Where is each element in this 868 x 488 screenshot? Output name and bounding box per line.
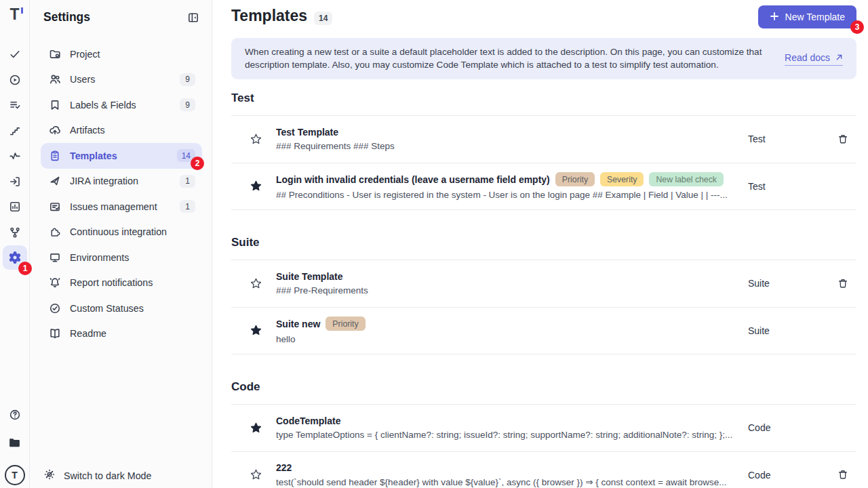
sidebar-item-users[interactable]: Users 9 [41, 67, 202, 93]
template-title: 222 [276, 462, 292, 473]
template-section: Test Test Template ### Requirements ### … [231, 92, 856, 210]
page-title: Templates [231, 7, 307, 25]
star-filled-icon[interactable] [248, 324, 263, 337]
sidebar-item-custom-statuses[interactable]: Custom Statuses [41, 296, 202, 321]
star-outline-icon[interactable] [248, 277, 263, 290]
trash-icon[interactable] [829, 469, 856, 481]
templates-count-badge: 14 [314, 12, 332, 25]
runs-play-icon[interactable] [3, 68, 27, 92]
label-chip: Severity [600, 172, 644, 186]
plans-list-icon[interactable] [3, 93, 27, 117]
sidebar-title: Settings [43, 10, 187, 24]
template-description: hello [276, 334, 737, 344]
sidebar-item-labels-fields[interactable]: Labels & Fields 9 [41, 92, 202, 118]
jira-icon [49, 175, 61, 187]
help-icon[interactable] [9, 409, 21, 424]
template-row[interactable]: CodeTemplate type TemplateOptions = { cl… [231, 405, 856, 452]
template-type: Test [748, 181, 829, 192]
sidebar-item-issues-management[interactable]: Issues management 1 [41, 194, 202, 220]
puzzle-icon [49, 226, 61, 238]
page-header: Templates 14 New Template [231, 7, 856, 28]
section-title: Test [231, 92, 856, 116]
sidebar-item-continuous-integration[interactable]: Continuous integration [41, 220, 202, 245]
template-row[interactable]: Suite new Priority hello Suite [231, 308, 856, 355]
sidebar-item-templates[interactable]: Templates 14 [41, 143, 202, 169]
folder-cog-icon [49, 48, 61, 60]
trash-icon[interactable] [829, 134, 856, 145]
rail-bottom: T [5, 409, 25, 488]
template-section: Suite Suite Template ### Pre-Requirement… [231, 236, 856, 354]
star-outline-icon[interactable] [248, 468, 263, 481]
sidebar-item-readme[interactable]: Readme [41, 321, 202, 347]
sidebar-item-project[interactable]: Project [41, 41, 202, 67]
template-title: Suite new [276, 319, 320, 329]
template-title: Test Template [276, 127, 338, 138]
banner-text: When creating a new test or a suite a de… [245, 46, 772, 71]
dark-mode-toggle[interactable]: Switch to dark Mode [30, 468, 212, 488]
label-chip: Priority [326, 317, 365, 331]
template-row[interactable]: Test Template ### Requirements ### Steps… [231, 116, 856, 163]
star-outline-icon[interactable] [248, 133, 263, 146]
activity-pulse-icon[interactable] [3, 144, 27, 168]
account-logo-icon[interactable]: T [5, 465, 25, 485]
template-sections: Test Test Template ### Requirements ### … [231, 79, 856, 488]
template-type: Code [748, 422, 829, 433]
icon-rail: T T [0, 0, 30, 488]
count-badge: 9 [180, 73, 195, 86]
projects-folder-icon[interactable] [8, 436, 21, 452]
sidebar-item-artifacts[interactable]: Artifacts [41, 118, 202, 144]
template-title: CodeTemplate [276, 415, 340, 426]
panel-collapse-icon[interactable] [187, 12, 199, 24]
import-icon[interactable] [3, 169, 27, 194]
read-docs-link[interactable]: Read docs [785, 52, 843, 66]
sidebar-item-report-notifications[interactable]: Report notifications [41, 270, 202, 296]
check-circle-icon [49, 302, 61, 314]
sidebar-item-jira-integration[interactable]: JIRA integration 1 [41, 169, 202, 195]
template-section: Code CodeTemplate type TemplateOptions =… [231, 380, 856, 488]
template-title: Login with invalid credentials (leave a … [276, 174, 550, 185]
label-chip: Priority [555, 172, 595, 186]
tests-check-icon[interactable] [3, 42, 27, 66]
info-banner: When creating a new test or a suite a de… [231, 38, 856, 79]
section-title: Code [231, 380, 856, 405]
settings-sidebar: Settings Project Users 9 Labels & Fields… [30, 0, 212, 488]
template-row[interactable]: Login with invalid credentials (leave a … [231, 163, 856, 211]
plus-icon [770, 12, 779, 23]
count-badge: 9 [180, 98, 195, 111]
template-type: Test [748, 134, 829, 144]
star-filled-icon[interactable] [248, 422, 263, 434]
issues-card-icon [49, 201, 61, 213]
template-row[interactable]: Suite Template ### Pre-Requirements Suit… [231, 260, 856, 308]
sidebar-header: Settings [30, 0, 212, 24]
book-open-icon [49, 327, 61, 340]
template-description: ### Requirements ### Steps [276, 141, 737, 151]
app-logo[interactable]: T [6, 5, 24, 23]
annotation-marker-3: 3 [850, 20, 864, 34]
template-type: Suite [748, 278, 829, 289]
template-description: ## Preconditions - User is registered in… [276, 190, 737, 200]
template-type: Code [748, 470, 829, 481]
annotation-marker-2: 2 [191, 157, 204, 170]
users-icon [49, 73, 61, 85]
annotation-marker-1: 1 [18, 262, 32, 275]
template-description: type TemplateOptions = { clientName?: st… [276, 430, 737, 440]
read-docs-label: Read docs [785, 52, 830, 63]
trash-icon[interactable] [829, 278, 856, 289]
external-arrow-icon [835, 52, 843, 63]
label-chip: New label check [649, 172, 724, 186]
template-description: ### Pre-Requirements [276, 285, 737, 296]
sun-icon [43, 468, 56, 483]
template-row[interactable]: 222 test(`should send header ${header} w… [231, 452, 856, 488]
new-template-button[interactable]: New Template [758, 5, 856, 28]
star-filled-icon[interactable] [248, 180, 263, 192]
settings-menu: Project Users 9 Labels & Fields 9 Artifa… [30, 24, 212, 346]
template-description: test(`should send header ${header} with … [276, 476, 737, 487]
new-template-label: New Template [785, 12, 845, 22]
steps-icon[interactable] [3, 119, 27, 143]
sidebar-item-environments[interactable]: Environments [41, 245, 202, 270]
bookmark-icon [49, 99, 61, 111]
dark-mode-label: Switch to dark Mode [64, 470, 152, 481]
templates-page: Templates 14 New Template When creating … [212, 0, 868, 488]
analytics-chart-icon[interactable] [3, 195, 27, 219]
branches-icon[interactable] [3, 220, 27, 245]
